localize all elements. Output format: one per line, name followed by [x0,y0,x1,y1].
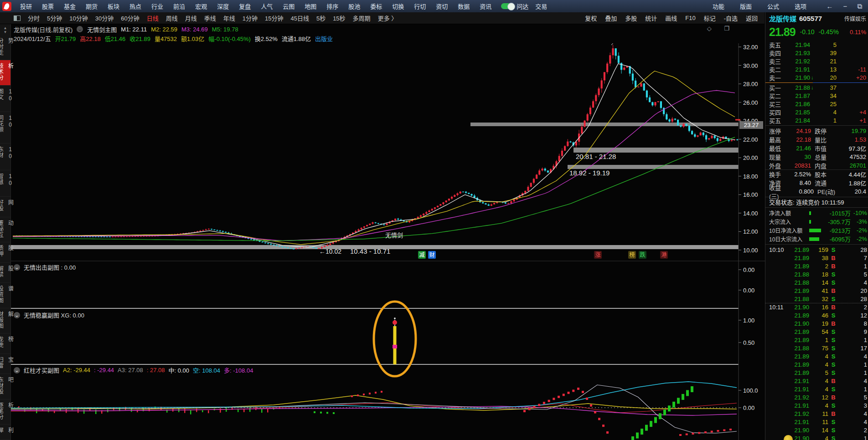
timeframe-item[interactable]: 多周期 [349,14,374,22]
assistant-toggle[interactable] [501,3,515,9]
timeframe-item[interactable]: 45日线 [287,14,312,22]
main-indicator-name[interactable]: 无情剑主图 [87,25,117,34]
split-view-icon[interactable] [14,15,21,21]
order-book-row[interactable]: 买二21.8734 [765,92,868,100]
order-book-row[interactable]: 卖二21.9113-11 [765,65,868,73]
timeframe-item[interactable]: 分时 [24,14,43,22]
sidebar-item[interactable]: 逐笔分析 [0,399,10,425]
tool-button[interactable]: 叠加 [601,14,621,22]
menu-item-trade[interactable]: 交易 [530,2,552,10]
sidebar-scroll-arrows[interactable]: ▲▼ [4,24,7,35]
menu-item[interactable]: 公式 [760,2,787,10]
sidebar-item[interactable]: 智慧10 [0,170,10,197]
tool-button[interactable]: -自选 [720,14,742,22]
menu-item[interactable]: 委标 [365,2,387,10]
tool-button[interactable]: 返回 [742,14,762,22]
sidebar-item[interactable]: 同花顺10 [0,112,10,143]
menu-item[interactable]: 行切 [409,2,431,10]
sidebar-item[interactable]: 质押股 [0,242,10,263]
tool-button[interactable]: 复权 [581,14,601,22]
timeframe-item[interactable]: 5秒 [313,14,329,22]
sidebar-item[interactable]: 董秘互动 [0,217,10,242]
candle-body [131,236,133,237]
menu-item[interactable]: 复盘 [234,2,256,10]
chevron-circle-icon[interactable]: ⌄ [77,26,83,32]
app-logo-icon[interactable] [2,2,11,11]
timeframe-item[interactable]: 5分钟 [43,14,66,22]
order-book-row[interactable]: 买一21.88↓37 [765,83,868,92]
timeframe-item[interactable]: 30分钟 [92,14,117,22]
assistant-label[interactable]: 问达 [517,2,528,10]
menu-item[interactable]: 宏观 [190,2,212,10]
sidebar-item[interactable]: 投资图谱 [0,283,10,308]
industry-tag[interactable]: 传媒娱乐 [844,15,866,22]
timeframe-item[interactable]: 15秒 [329,14,349,22]
menu-item[interactable]: 行业 [146,2,168,10]
menu-item[interactable]: 版面 [732,2,760,10]
menu-item[interactable]: 资切 [431,2,453,10]
menu-item[interactable]: 排序 [321,2,343,10]
stock-name[interactable]: 龙版传媒 [769,14,796,23]
menu-item[interactable]: 热点 [124,2,146,10]
order-book-row[interactable]: 卖四21.9339 [765,49,868,57]
menu-item[interactable]: 人气 [256,2,278,10]
menu-item[interactable]: 地图 [300,2,321,10]
timeframe-item[interactable]: 日线 [143,14,162,22]
timeframe-item[interactable]: 季线 [201,14,220,22]
order-book-row[interactable]: 卖五21.945 [765,41,868,49]
menu-item[interactable]: 股池 [343,2,365,10]
sidebar-item[interactable]: 好股网 [0,197,10,217]
timeframe-item[interactable]: 周线 [162,14,181,22]
restore-icon[interactable]: ⧉ [852,2,867,10]
sidebar-item[interactable]: 东财10 [0,143,10,170]
order-book-row[interactable]: 卖三21.9221 [765,57,868,65]
tool-button[interactable]: F10 [681,15,699,21]
order-book-row[interactable]: 买三21.8625 [765,100,868,108]
order-book-row[interactable]: 买四21.854+4 [765,108,868,116]
sidebar-item[interactable]: 扫雷宝 [0,354,10,374]
timeframe-item[interactable]: 15分钟 [261,14,287,22]
tool-button[interactable]: 多股 [621,14,641,22]
back-icon[interactable]: ← [822,2,838,10]
menu-item[interactable]: 股票 [37,2,59,10]
sidebar-item[interactable]: 财报图解 [0,308,10,333]
menu-item[interactable]: 深度 [212,2,234,10]
sidebar-item[interactable]: 龙虎榜 [0,333,10,354]
menu-item[interactable]: 切换 [387,2,409,10]
sidebar-item[interactable]: 东财股吧 [0,374,10,399]
order-book-row[interactable]: 买五21.841+1 [765,116,868,124]
tool-button[interactable]: 画线 [661,14,681,22]
chart-corner-icons[interactable]: ◇ ❐ [707,25,735,32]
order-book-row[interactable]: 卖一21.90↓20+20 [765,73,868,82]
sidebar-item[interactable]: 犀利 [0,425,10,440]
timeframe-item[interactable]: 60分钟 [117,14,143,22]
kline-chart-canvas[interactable]: ~32.6920.81 - 21.2818.92 - 19.19←10.0210… [11,43,765,440]
pane1-title[interactable]: 无情出击副图 : 0.00 [24,263,76,271]
timeframe-item[interactable]: 1分钟 [239,14,261,22]
tick-side: B [828,263,838,270]
pane2-title[interactable]: 无情稳赢副图 XG: 0.00 [24,311,84,319]
menu-item[interactable]: 期货 [81,2,103,10]
tick-list[interactable]: 10:1021.89159S2821.8938B721.892B121.8818… [765,245,868,440]
menu-item[interactable]: 板块 [103,2,124,10]
timeframe-more[interactable]: 更多 〉 [374,14,401,22]
chart-region[interactable]: 龙版传媒(日线,前复权) ⌄ 无情剑主图 M1: 22.11M2: 22.59M… [11,24,765,440]
tool-button[interactable]: 统计 [641,14,661,22]
menu-item[interactable]: 资讯 [475,2,496,10]
sidebar-item[interactable]: 图文10 [0,86,10,113]
menu-item[interactable]: 投研 [15,2,37,10]
minimize-icon[interactable]: − [838,2,852,10]
tool-button[interactable]: 标记 [700,14,720,22]
sidebar-item[interactable]: 分时走势 [0,35,10,60]
sidebar-item[interactable]: 解禁股 [0,263,10,283]
timeframe-item[interactable]: 年线 [220,14,239,22]
timeframe-item[interactable]: 月线 [181,14,201,22]
menu-item[interactable]: 选项 [787,2,814,10]
sidebar-item[interactable]: 技术分析 [0,60,10,85]
menu-item[interactable]: 功能 [705,2,732,10]
menu-item[interactable]: 基金 [59,2,81,10]
menu-item[interactable]: 云图 [278,2,300,10]
menu-item[interactable]: 前沿 [168,2,190,10]
timeframe-item[interactable]: 10分钟 [66,14,91,22]
menu-item[interactable]: 数据 [453,2,475,10]
